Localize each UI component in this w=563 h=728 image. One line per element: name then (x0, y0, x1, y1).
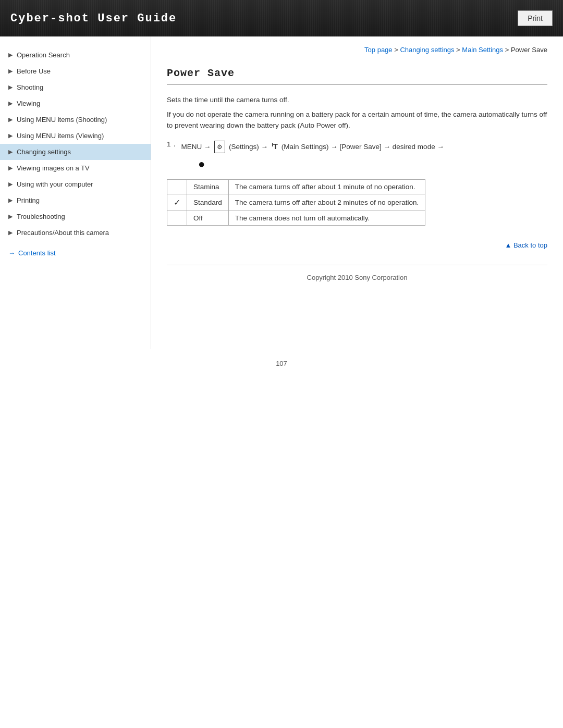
sidebar-item-label: Shooting (17, 83, 43, 91)
arrow-icon: ▶ (8, 197, 13, 204)
sidebar-item-viewing[interactable]: ▶ Viewing (0, 95, 151, 112)
sidebar-item-label: Using with your computer (17, 180, 93, 188)
sidebar-item-operation-search[interactable]: ▶ Operation Search (0, 47, 151, 63)
right-arrow-icon: → (8, 249, 15, 257)
sidebar-item-label: Troubleshooting (17, 213, 65, 220)
arrow-sym: → (204, 143, 211, 151)
back-to-top[interactable]: ▲ Back to top (167, 241, 547, 249)
sidebar-item-computer[interactable]: ▶ Using with your computer (0, 176, 151, 192)
sidebar-item-label: Before Use (17, 67, 51, 75)
arrow-icon: ▶ (8, 132, 13, 139)
bullet-dot: ● (198, 157, 547, 171)
power-save-table: Stamina The camera turns off after about… (167, 179, 425, 226)
breadcrumb-sep2: > (454, 46, 462, 54)
sidebar-item-using-menu-shooting[interactable]: ▶ Using MENU items (Shooting) (0, 112, 151, 128)
sidebar-item-troubleshooting[interactable]: ▶ Troubleshooting (0, 208, 151, 225)
instruction-number: 1． (167, 140, 178, 149)
mode-off: Off (187, 211, 229, 226)
description-2: If you do not operate the camera running… (167, 109, 547, 131)
desc-standard: The camera turns off after about 2 minut… (228, 194, 425, 211)
back-to-top-link[interactable]: ▲ Back to top (505, 241, 547, 249)
header: Cyber-shot User Guide Print (0, 0, 563, 36)
table-row: Off The camera does not turn off automat… (167, 211, 425, 226)
breadcrumb-sep1: > (393, 46, 400, 54)
table-row: Stamina The camera turns off after about… (167, 180, 425, 194)
arrow-icon: ▶ (8, 149, 13, 155)
sidebar-item-before-use[interactable]: ▶ Before Use (0, 63, 151, 79)
arrow-sym: → (261, 143, 268, 151)
check-cell-stamina (167, 180, 187, 194)
sidebar-item-shooting[interactable]: ▶ Shooting (0, 79, 151, 95)
sidebar-item-changing-settings[interactable]: ▶ Changing settings (0, 144, 151, 160)
sidebar-item-precautions[interactable]: ▶ Precautions/About this camera (0, 225, 151, 241)
arrow-icon: ▶ (8, 213, 13, 220)
page-number: 107 (0, 349, 563, 373)
contents-list-label: Contents list (18, 249, 56, 257)
arrow-icon: ▶ (8, 100, 13, 107)
sidebar-item-label: Using MENU items (Shooting) (17, 116, 107, 124)
app-title: Cyber-shot User Guide (10, 12, 177, 25)
table-row: ✓ Standard The camera turns off after ab… (167, 194, 425, 211)
breadcrumb-changing-settings[interactable]: Changing settings (400, 46, 454, 54)
main-settings-icon: ᴵT (272, 142, 278, 151)
arrow-icon: ▶ (8, 84, 13, 91)
page-title: Power Save (167, 59, 547, 85)
desc-off: The camera does not turn off automatical… (228, 211, 425, 226)
main-content: Top page > Changing settings > Main Sett… (151, 36, 563, 305)
breadcrumb-current: Power Save (511, 46, 547, 54)
sidebar-item-printing[interactable]: ▶ Printing (0, 192, 151, 208)
mode-standard: Standard (187, 194, 229, 211)
sidebar-item-viewing-on-tv[interactable]: ▶ Viewing images on a TV (0, 160, 151, 176)
check-cell-standard: ✓ (167, 194, 187, 211)
settings-icon: ⚙ (214, 141, 225, 153)
arrow-icon: ▶ (8, 52, 13, 58)
sidebar-item-label: Printing (17, 196, 40, 204)
arrow-icon: ▶ (8, 116, 13, 123)
arrow-icon: ▶ (8, 68, 13, 75)
sidebar-item-label: Viewing (17, 100, 40, 107)
instruction: 1． MENU → ⚙ (Settings) → ᴵT (Main Settin… (167, 140, 547, 153)
breadcrumb-sep3: > (503, 46, 511, 54)
desc-stamina: The camera turns off after about 1 minut… (228, 180, 425, 194)
sidebar-item-using-menu-viewing[interactable]: ▶ Using MENU items (Viewing) (0, 128, 151, 144)
arrow-icon: ▶ (8, 165, 13, 171)
sidebar-item-label: Changing settings (17, 148, 71, 156)
arrow-sym: → (437, 143, 444, 151)
description-1: Sets the time until the camera turns off… (167, 94, 547, 106)
sidebar: ▶ Operation Search ▶ Before Use ▶ Shooti… (0, 36, 151, 349)
copyright: Copyright 2010 Sony Corporation (307, 274, 408, 281)
contents-list-link[interactable]: → Contents list (0, 244, 151, 262)
mode-stamina: Stamina (187, 180, 229, 194)
arrow-icon: ▶ (8, 181, 13, 188)
breadcrumb-main-settings[interactable]: Main Settings (462, 46, 503, 54)
sidebar-item-label: Operation Search (17, 51, 70, 59)
sidebar-item-label: Viewing images on a TV (17, 164, 90, 172)
sidebar-item-label: Using MENU items (Viewing) (17, 132, 104, 140)
print-button[interactable]: Print (518, 10, 553, 26)
breadcrumb: Top page > Changing settings > Main Sett… (167, 36, 547, 59)
arrow-icon: ▶ (8, 229, 13, 236)
check-cell-off (167, 211, 187, 226)
sidebar-item-label: Precautions/About this camera (17, 229, 109, 237)
instruction-text: MENU → ⚙ (Settings) → ᴵT (Main Settings)… (181, 140, 444, 153)
main-layout: ▶ Operation Search ▶ Before Use ▶ Shooti… (0, 36, 563, 349)
breadcrumb-top-page[interactable]: Top page (364, 46, 393, 54)
arrow-sym: → (384, 143, 391, 151)
footer: Copyright 2010 Sony Corporation (167, 265, 547, 290)
arrow-sym: → (331, 143, 338, 151)
